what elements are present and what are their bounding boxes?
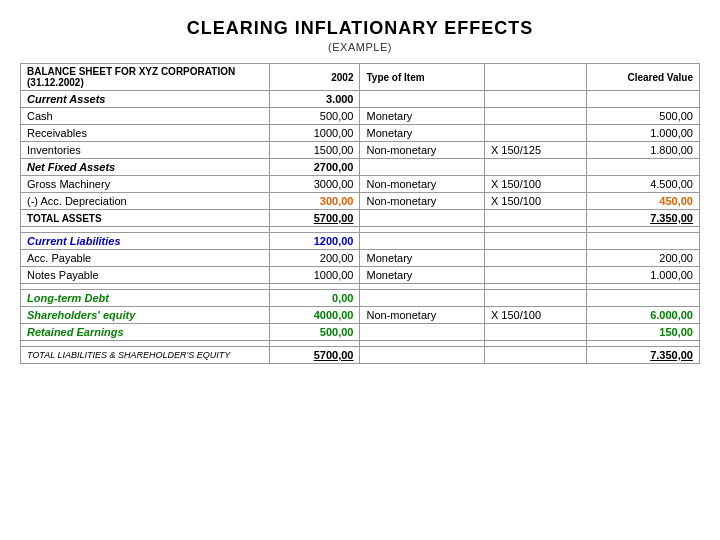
row-2002: 1000,00 xyxy=(269,267,360,284)
row-2002: 1000,00 xyxy=(269,125,360,142)
row-factor xyxy=(484,159,586,176)
row-2002: 5700,00 xyxy=(269,210,360,227)
table-row: Retained Earnings500,00150,00 xyxy=(21,324,700,341)
table-row: Long-term Debt0,00 xyxy=(21,290,700,307)
row-2002: 1200,00 xyxy=(269,233,360,250)
row-cleared xyxy=(586,91,699,108)
table-row: Current Assets3.000 xyxy=(21,91,700,108)
row-cleared xyxy=(586,290,699,307)
sub-title: (EXAMPLE) xyxy=(328,41,392,53)
row-type xyxy=(360,159,484,176)
row-2002: 5700,00 xyxy=(269,347,360,364)
row-factor xyxy=(484,267,586,284)
row-label: (-) Acc. Depreciation xyxy=(21,193,270,210)
row-cleared: 7.350,00 xyxy=(586,347,699,364)
row-2002: 2700,00 xyxy=(269,159,360,176)
table-row: Shareholders' equity4000,00Non-monetaryX… xyxy=(21,307,700,324)
row-factor: X 150/125 xyxy=(484,142,586,159)
table-header: BALANCE SHEET FOR XYZ CORPORATION (31.12… xyxy=(21,64,700,91)
row-factor xyxy=(484,324,586,341)
row-type: Monetary xyxy=(360,125,484,142)
row-type xyxy=(360,91,484,108)
row-factor xyxy=(484,125,586,142)
row-cleared: 1.000,00 xyxy=(586,125,699,142)
table-row: TOTAL ASSETS5700,007.350,00 xyxy=(21,210,700,227)
row-factor xyxy=(484,290,586,307)
row-cleared: 4.500,00 xyxy=(586,176,699,193)
table-row: Acc. Payable200,00Monetary200,00 xyxy=(21,250,700,267)
row-2002: 500,00 xyxy=(269,108,360,125)
header-factor xyxy=(484,64,586,91)
row-label: TOTAL ASSETS xyxy=(21,210,270,227)
row-label: Acc. Payable xyxy=(21,250,270,267)
table-row: Net Fixed Assets2700,00 xyxy=(21,159,700,176)
row-type: Non-monetary xyxy=(360,176,484,193)
row-factor xyxy=(484,108,586,125)
row-label: Gross Machinery xyxy=(21,176,270,193)
row-cleared: 6.000,00 xyxy=(586,307,699,324)
row-2002: 3000,00 xyxy=(269,176,360,193)
row-type xyxy=(360,347,484,364)
table-row: Cash500,00Monetary500,00 xyxy=(21,108,700,125)
row-cleared: 200,00 xyxy=(586,250,699,267)
table-row: Inventories1500,00Non-monetaryX 150/1251… xyxy=(21,142,700,159)
table-row: Receivables1000,00Monetary1.000,00 xyxy=(21,125,700,142)
row-type: Monetary xyxy=(360,108,484,125)
row-type: Monetary xyxy=(360,250,484,267)
row-2002: 4000,00 xyxy=(269,307,360,324)
row-label: Current Liabilities xyxy=(21,233,270,250)
row-factor xyxy=(484,233,586,250)
row-type: Non-monetary xyxy=(360,142,484,159)
row-2002: 3.000 xyxy=(269,91,360,108)
row-type: Non-monetary xyxy=(360,193,484,210)
header-cleared: Cleared Value xyxy=(586,64,699,91)
header-type: Type of Item xyxy=(360,64,484,91)
row-2002: 1500,00 xyxy=(269,142,360,159)
row-label: Notes Payable xyxy=(21,267,270,284)
row-label: Cash xyxy=(21,108,270,125)
table-row: TOTAL LIABILITIES & SHAREHOLDER'S EQUITY… xyxy=(21,347,700,364)
row-cleared xyxy=(586,159,699,176)
row-factor xyxy=(484,91,586,108)
row-2002: 0,00 xyxy=(269,290,360,307)
row-cleared: 7.350,00 xyxy=(586,210,699,227)
table-row: Notes Payable1000,00Monetary1.000,00 xyxy=(21,267,700,284)
row-cleared: 150,00 xyxy=(586,324,699,341)
row-label: Receivables xyxy=(21,125,270,142)
row-type: Non-monetary xyxy=(360,307,484,324)
row-cleared xyxy=(586,233,699,250)
row-2002: 200,00 xyxy=(269,250,360,267)
row-factor: X 150/100 xyxy=(484,193,586,210)
row-factor: X 150/100 xyxy=(484,307,586,324)
row-label: Retained Earnings xyxy=(21,324,270,341)
main-title: CLEARING INFLATIONARY EFFECTS xyxy=(187,18,534,39)
row-cleared: 500,00 xyxy=(586,108,699,125)
row-label: Net Fixed Assets xyxy=(21,159,270,176)
row-label: Current Assets xyxy=(21,91,270,108)
table-row: (-) Acc. Depreciation300,00Non-monetaryX… xyxy=(21,193,700,210)
row-label: Long-term Debt xyxy=(21,290,270,307)
balance-sheet-table: BALANCE SHEET FOR XYZ CORPORATION (31.12… xyxy=(20,63,700,364)
row-factor xyxy=(484,250,586,267)
row-label: Shareholders' equity xyxy=(21,307,270,324)
table-row: Current Liabilities1200,00 xyxy=(21,233,700,250)
row-2002: 500,00 xyxy=(269,324,360,341)
row-2002: 300,00 xyxy=(269,193,360,210)
row-type xyxy=(360,233,484,250)
table-row: Gross Machinery3000,00Non-monetaryX 150/… xyxy=(21,176,700,193)
row-factor xyxy=(484,210,586,227)
row-factor xyxy=(484,347,586,364)
row-type xyxy=(360,324,484,341)
row-type xyxy=(360,210,484,227)
row-factor: X 150/100 xyxy=(484,176,586,193)
header-2002: 2002 xyxy=(269,64,360,91)
row-type: Monetary xyxy=(360,267,484,284)
row-cleared: 450,00 xyxy=(586,193,699,210)
row-type xyxy=(360,290,484,307)
row-cleared: 1.800,00 xyxy=(586,142,699,159)
row-cleared: 1.000,00 xyxy=(586,267,699,284)
header-entity: BALANCE SHEET FOR XYZ CORPORATION (31.12… xyxy=(21,64,270,91)
row-label: TOTAL LIABILITIES & SHAREHOLDER'S EQUITY xyxy=(21,347,270,364)
row-label: Inventories xyxy=(21,142,270,159)
